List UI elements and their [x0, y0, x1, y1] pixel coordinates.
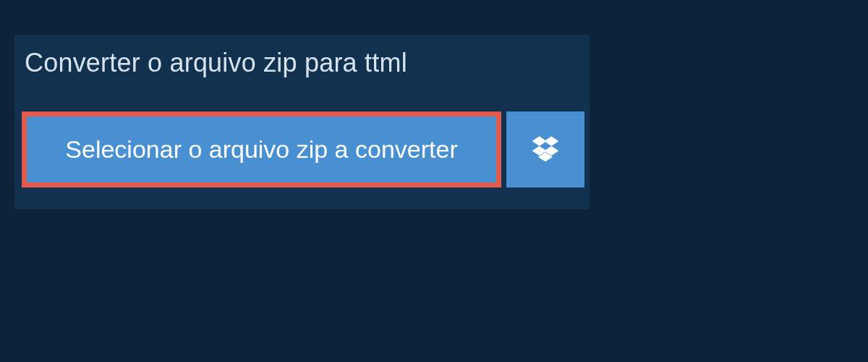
- actions-row: Selecionar o arquivo zip a converter: [14, 93, 590, 209]
- converter-panel: Converter o arquivo zip para ttml Seleci…: [14, 35, 590, 209]
- dropbox-icon: [531, 134, 560, 166]
- select-file-label: Selecionar o arquivo zip a converter: [65, 135, 457, 164]
- dropbox-button[interactable]: [506, 111, 584, 188]
- tab-header: Converter o arquivo zip para ttml: [14, 35, 427, 93]
- page-title: Converter o arquivo zip para ttml: [25, 48, 407, 77]
- select-file-button[interactable]: Selecionar o arquivo zip a converter: [22, 111, 501, 188]
